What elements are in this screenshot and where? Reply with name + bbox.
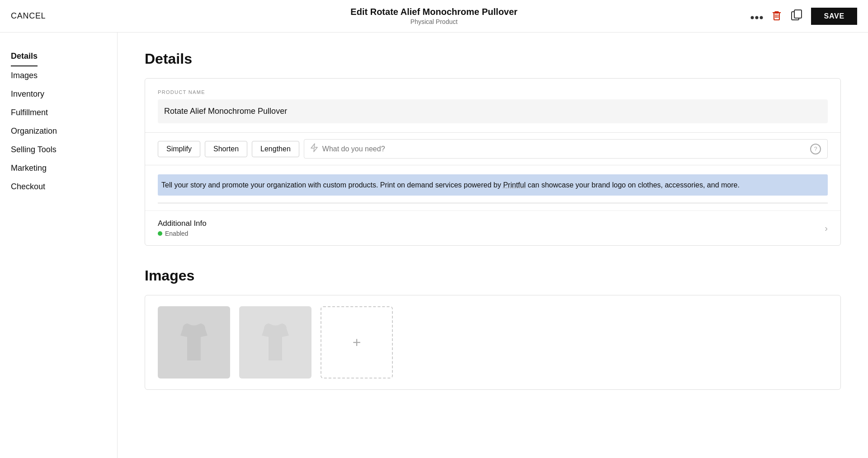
sidebar-item-selling-tools[interactable]: Selling Tools — [11, 140, 106, 159]
product-name-input[interactable] — [158, 99, 828, 123]
cancel-button[interactable]: CANCEL — [11, 11, 46, 21]
ai-toolbar: Simplify Shorten Lengthen ? — [145, 132, 840, 165]
product-name-label: PRODUCT NAME — [158, 89, 828, 95]
sidebar-item-details[interactable]: Details — [11, 47, 38, 66]
add-image-button[interactable]: + — [321, 306, 393, 379]
images-card: + — [145, 295, 841, 390]
ai-help-button[interactable]: ? — [810, 144, 821, 154]
chevron-right-icon: › — [825, 223, 828, 234]
main-content: Details PRODUCT NAME Simplify Shorten Le… — [118, 33, 868, 458]
sidebar-item-marketing[interactable]: Marketing — [11, 159, 106, 178]
additional-info-content: Additional Info Enabled — [158, 219, 207, 237]
sidebar: Details Images Inventory Fulfillment Org… — [0, 33, 118, 458]
svg-point-1 — [755, 16, 759, 19]
sidebar-item-organization[interactable]: Organization — [11, 122, 106, 140]
images-section-title: Images — [145, 267, 841, 284]
printful-link: Printful — [503, 181, 526, 189]
page-title: Edit Rotate Alief Monochrome Pullover — [350, 7, 517, 17]
header-center: Edit Rotate Alief Monochrome Pullover Ph… — [350, 7, 517, 25]
sidebar-item-inventory[interactable]: Inventory — [11, 85, 106, 103]
header-actions: SAVE — [750, 8, 857, 25]
save-button[interactable]: SAVE — [811, 8, 857, 25]
top-header: CANCEL Edit Rotate Alief Monochrome Pull… — [0, 0, 868, 33]
sidebar-item-checkout[interactable]: Checkout — [11, 178, 106, 196]
duplicate-button[interactable] — [790, 9, 804, 24]
svg-rect-10 — [794, 10, 802, 18]
more-options-button[interactable] — [750, 10, 763, 22]
delete-button[interactable] — [770, 8, 783, 24]
simplify-button[interactable]: Simplify — [158, 141, 200, 157]
ai-search-input[interactable] — [322, 145, 806, 153]
svg-point-2 — [760, 16, 763, 19]
product-name-section: PRODUCT NAME — [145, 79, 840, 132]
enabled-dot — [158, 231, 162, 236]
image-thumb-1[interactable] — [158, 306, 230, 379]
lightning-icon — [311, 143, 318, 154]
additional-info-row[interactable]: Additional Info Enabled › — [145, 210, 840, 245]
product-type-label: Physical Product — [350, 18, 517, 25]
ai-search-bar[interactable]: ? — [304, 139, 828, 159]
description-section: Tell your story and promote your organiz… — [145, 165, 840, 203]
additional-info-status: Enabled — [158, 230, 207, 237]
status-label: Enabled — [165, 230, 188, 237]
svg-point-0 — [751, 16, 754, 19]
sidebar-item-images[interactable]: Images — [11, 66, 106, 85]
page-layout: Details Images Inventory Fulfillment Org… — [0, 33, 868, 458]
add-icon: + — [353, 334, 361, 351]
details-section-title: Details — [145, 51, 841, 67]
details-card: PRODUCT NAME Simplify Shorten Lengthen ? — [145, 78, 841, 246]
image-thumb-2[interactable] — [239, 306, 311, 379]
description-text: Tell your story and promote your organiz… — [161, 181, 740, 189]
additional-info-title: Additional Info — [158, 219, 207, 228]
sidebar-item-fulfillment[interactable]: Fulfillment — [11, 103, 106, 122]
lengthen-button[interactable]: Lengthen — [252, 141, 299, 157]
shorten-button[interactable]: Shorten — [205, 141, 247, 157]
